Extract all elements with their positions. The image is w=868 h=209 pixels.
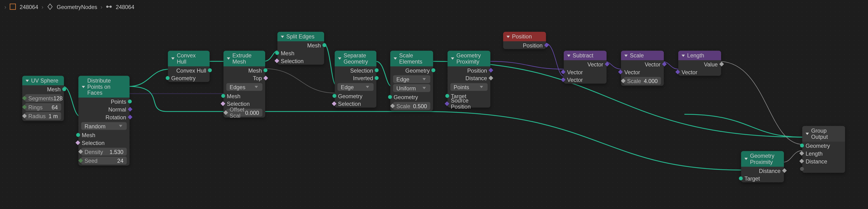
node-title: Separate Geometry <box>343 52 373 65</box>
in-selection: Selection <box>78 139 129 147</box>
node-header[interactable]: UV Sphere <box>22 76 64 85</box>
out-hull: Convex Hull <box>168 67 210 74</box>
node-header[interactable]: Geometry Proximity <box>447 51 490 67</box>
node-title: Length <box>687 52 704 59</box>
object-icon <box>10 3 16 10</box>
node-header[interactable]: Extrude Mesh <box>223 51 265 67</box>
wires-layer <box>0 0 868 209</box>
chevron-down-icon <box>82 86 85 88</box>
chevron-down-icon <box>806 133 809 135</box>
node-header[interactable]: Geometry Proximity <box>741 151 784 167</box>
node-header[interactable]: Subtract <box>564 51 607 60</box>
chevron-down-icon <box>26 79 29 82</box>
node-header[interactable]: Distribute Points on Faces <box>78 76 129 98</box>
field-seed[interactable]: Seed24 <box>81 157 127 164</box>
node-header[interactable]: Length <box>678 51 721 60</box>
in-length: Length <box>802 150 845 157</box>
node-geometry-proximity-2[interactable]: Geometry Proximity Distance Target <box>741 151 784 182</box>
in-mesh: Mesh <box>278 49 324 57</box>
node-group-output[interactable]: Group Output Geometry Length Distance <box>802 126 845 173</box>
field-density[interactable]: Density1.530 <box>81 148 127 156</box>
node-vector-length[interactable]: Length Value Vector <box>678 51 721 76</box>
crumb-mod[interactable]: GeometryNodes <box>57 4 97 10</box>
out-mesh: Mesh <box>22 85 64 93</box>
in-mesh: Mesh <box>223 92 265 100</box>
in-vector: Vector <box>621 68 664 76</box>
out-value: Value <box>678 60 721 68</box>
chevron-down-icon <box>171 57 175 59</box>
out-points: Points <box>78 98 129 105</box>
node-distribute-points[interactable]: Distribute Points on Faces Points Normal… <box>78 76 129 165</box>
node-header[interactable]: Position <box>503 32 546 41</box>
crumb-ng[interactable]: 248064 <box>116 4 134 10</box>
in-target: Target <box>741 175 784 182</box>
chevron-down-icon <box>451 57 454 59</box>
svg-rect-0 <box>10 4 16 9</box>
node-title: Geometry Proximity <box>750 153 780 165</box>
node-header[interactable]: Scale <box>621 51 664 60</box>
nodegroup-icon <box>106 3 112 10</box>
field-scale[interactable]: Scale4.000 <box>624 77 661 85</box>
modifier-icon <box>47 3 54 10</box>
in-empty <box>802 165 845 173</box>
in-geometry: Geometry <box>168 74 210 82</box>
domain-dropdown[interactable]: Edge <box>393 75 430 83</box>
in-mesh: Mesh <box>78 131 129 139</box>
node-header[interactable]: Scale Elements <box>390 51 433 67</box>
chevron-down-icon <box>227 57 230 59</box>
chevron-down-icon <box>281 35 284 37</box>
mode-dropdown[interactable]: Random <box>81 122 127 130</box>
node-header[interactable]: Convex Hull <box>168 51 210 67</box>
node-title: Group Output <box>811 128 842 140</box>
mode-dropdown[interactable]: Edge <box>337 83 374 91</box>
crumb-obj[interactable]: 248064 <box>20 4 38 10</box>
node-geometry-proximity-1[interactable]: Geometry Proximity Position Distance Poi… <box>447 51 490 108</box>
node-title: Geometry Proximity <box>456 52 487 65</box>
chevron-down-icon <box>682 54 685 56</box>
node-position[interactable]: Position Position <box>503 32 546 49</box>
node-header[interactable]: Separate Geometry <box>335 51 376 67</box>
node-uv-sphere[interactable]: UV Sphere Mesh Segments128 Rings64 Radiu… <box>22 76 64 121</box>
field-scale[interactable]: Scale0.500 <box>393 102 430 110</box>
scale-mode-dropdown[interactable]: Uniform <box>393 84 430 92</box>
node-convex-hull[interactable]: Convex Hull Convex Hull Geometry <box>168 51 210 82</box>
out-normal: Normal <box>78 105 129 113</box>
in-geometry: Geometry <box>335 92 376 100</box>
out-vector: Vector <box>564 60 607 68</box>
node-extrude-mesh[interactable]: Extrude Mesh Mesh Top Edges Mesh Selecti… <box>223 51 265 117</box>
out-position: Position <box>503 41 546 49</box>
node-header[interactable]: Split Edges <box>278 32 324 41</box>
node-title: Scale <box>630 52 644 59</box>
target-element-dropdown[interactable]: Points <box>450 83 487 91</box>
node-split-edges[interactable]: Split Edges Mesh Mesh Selection <box>278 32 324 65</box>
node-separate-geometry[interactable]: Separate Geometry Selection Inverted Edg… <box>335 51 376 108</box>
out-position: Position <box>447 67 490 74</box>
node-title: Split Edges <box>286 33 314 40</box>
node-scale-elements[interactable]: Scale Elements Geometry Edge Uniform Geo… <box>390 51 433 111</box>
out-inverted: Inverted <box>335 74 376 82</box>
node-title: Distribute Points on Faces <box>87 78 126 96</box>
node-title: Position <box>512 33 532 40</box>
out-selection: Selection <box>335 67 376 74</box>
node-header[interactable]: Group Output <box>802 126 845 141</box>
node-title: Extrude Mesh <box>232 52 262 65</box>
chevron-down-icon <box>567 54 570 56</box>
chevron-down-icon <box>394 57 397 59</box>
out-distance: Distance <box>447 74 490 82</box>
field-segments[interactable]: Segments128 <box>25 94 61 102</box>
out-mesh: Mesh <box>223 67 265 74</box>
chevron-down-icon <box>338 57 341 59</box>
in-distance: Distance <box>802 157 845 165</box>
out-rotation: Rotation <box>78 113 129 121</box>
node-vector-subtract[interactable]: Subtract Vector Vector Vector <box>564 51 607 84</box>
field-radius[interactable]: Radius1 m <box>25 112 61 120</box>
in-vector-a: Vector <box>564 68 607 76</box>
in-selection: Selection <box>278 57 324 65</box>
in-vector: Vector <box>678 68 721 76</box>
node-vector-scale[interactable]: Scale Vector Vector Scale4.000 <box>621 51 664 86</box>
mode-dropdown[interactable]: Edges <box>226 83 262 91</box>
node-title: Convex Hull <box>177 52 206 65</box>
field-rings[interactable]: Rings64 <box>25 103 61 111</box>
field-offset-scale[interactable]: Offset Scal0.000 <box>226 109 262 116</box>
chevron-down-icon <box>624 54 628 56</box>
